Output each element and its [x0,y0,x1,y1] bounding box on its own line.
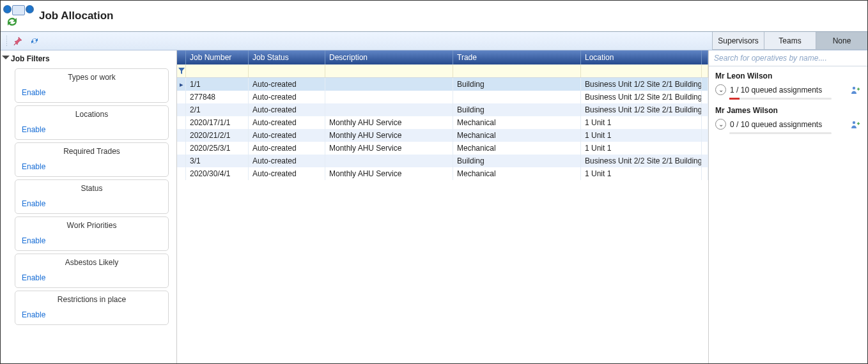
operative-summary-row: ⌄1 / 10 queued assignments [715,84,861,95]
cell-trade: Building [453,155,581,167]
cell-location: Business Unit 2/2 Site 2/1 Building 1 [581,155,702,167]
grid-body[interactable]: ▸1/1Auto-createdBuildingBusiness Unit 1/… [177,78,708,363]
cell-location: 1 Unit 1 [581,129,702,142]
enable-link[interactable]: Enable [22,236,45,245]
operative-card: Mr Leon Wilson⌄1 / 10 queued assignments [709,66,867,101]
operative-card: Mr James Wilson⌄0 / 10 queued assignment… [709,101,867,135]
cell-job-number: 2020/25/3/1 [186,142,249,155]
cell-trade: Mechanical [453,142,581,155]
filter-job-number[interactable] [186,64,249,77]
column-header-job-status[interactable]: Job Status [249,50,325,64]
table-row[interactable]: 277848Auto-createdBusiness Unit 1/2 Site… [177,91,708,103]
cell-job-number: 1/1 [186,78,249,91]
refresh-button[interactable] [28,34,41,47]
filter-card: Restrictions in placeEnable [15,291,169,325]
cell-trade: Mechanical [453,129,581,142]
cell-job-number: 277848 [186,91,249,103]
cell-location: Business Unit 1/2 Site 2/1 Building 1 [581,78,702,91]
column-header-trade[interactable]: Trade [453,50,581,64]
queued-progress [729,98,832,100]
filter-card-title: Locations [22,110,162,119]
assign-icon[interactable] [851,120,861,129]
filter-card: LocationsEnable [15,105,169,140]
filter-card-title: Restrictions in place [22,295,162,304]
operative-search-input[interactable] [713,53,864,63]
table-row[interactable]: 2020/30/4/1Auto-createdMonthly AHU Servi… [177,167,708,180]
cell-description: Monthly AHU Service [325,142,453,155]
queued-progress [729,132,832,134]
cell-description: Monthly AHU Service [325,116,453,129]
filter-card-title: Asbestos Likely [22,258,162,267]
queued-label: queued assignments [751,86,822,95]
cell-trade: Mechanical [453,167,581,180]
page-header: 👤 👤 Job Allocation [1,1,867,32]
row-indicator [177,116,186,129]
row-indicator [177,167,186,180]
filter-card: StatusEnable [15,179,169,214]
column-header-description[interactable]: Description [325,50,453,64]
cell-job-number: 3/1 [186,155,249,167]
table-row[interactable]: 2020/21/2/1Auto-createdMonthly AHU Servi… [177,129,708,142]
row-indicator [177,103,186,116]
row-indicator [177,129,186,142]
filter-icon[interactable] [177,64,186,77]
tab-none[interactable]: None [816,32,867,50]
toolbar-grip [6,35,8,47]
filter-job-status[interactable] [249,64,325,77]
filter-panel-title[interactable]: Job Filters [2,52,171,66]
filter-location[interactable] [581,64,702,77]
grid-header-row: Job Number Job Status Description Trade … [177,50,708,64]
filter-panel: Job Filters Types or workEnableLocations… [1,50,177,363]
pin-button[interactable] [12,34,24,47]
cell-job-status: Auto-created [249,78,325,91]
tab-teams[interactable]: Teams [764,32,816,50]
assign-icon[interactable] [851,86,861,95]
cell-job-status: Auto-created [249,167,325,180]
refresh-icon [3,16,21,27]
cell-location: 1 Unit 1 [581,142,702,155]
row-indicator-header [177,50,186,64]
chevron-down-icon[interactable]: ⌄ [715,119,726,130]
enable-link[interactable]: Enable [22,162,45,171]
column-header-location[interactable]: Location [581,50,702,64]
table-row[interactable]: 2/1Auto-createdBuildingBusiness Unit 1/2… [177,103,708,116]
enable-link[interactable]: Enable [22,273,45,282]
column-header-job-number[interactable]: Job Number [186,50,249,64]
cell-job-number: 2020/17/1/1 [186,116,249,129]
refresh-icon [30,36,39,45]
enable-link[interactable]: Enable [22,88,45,97]
cell-trade [453,91,581,103]
cell-description [325,155,453,167]
cell-location: 1 Unit 1 [581,167,702,180]
cell-job-status: Auto-created [249,142,325,155]
table-row[interactable]: ▸1/1Auto-createdBuildingBusiness Unit 1/… [177,78,708,91]
enable-link[interactable]: Enable [22,310,45,319]
job-grid: Job Number Job Status Description Trade … [177,50,709,363]
row-indicator [177,142,186,155]
table-row[interactable]: 2020/17/1/1Auto-createdMonthly AHU Servi… [177,116,708,129]
filter-card: Required TradesEnable [15,142,169,177]
cell-location: Business Unit 1/2 Site 2/1 Building 1 [581,103,702,116]
enable-link[interactable]: Enable [22,125,45,134]
tab-supervisors[interactable]: Supervisors [712,32,764,50]
cell-location: 1 Unit 1 [581,116,702,129]
filter-card-title: Status [22,184,162,193]
operatives-panel: Mr Leon Wilson⌄1 / 10 queued assignments… [709,50,867,363]
queued-capacity: 10 [741,86,749,95]
table-row[interactable]: 2020/25/3/1Auto-createdMonthly AHU Servi… [177,142,708,155]
cell-description: Monthly AHU Service [325,129,453,142]
row-indicator [177,155,186,167]
cell-location: Business Unit 1/2 Site 2/1 Building 1 [581,91,702,103]
svg-point-0 [853,86,855,89]
enable-link[interactable]: Enable [22,199,45,208]
operative-name: Mr Leon Wilson [715,72,861,80]
cell-description [325,91,453,103]
page-title: Job Allocation [39,10,114,22]
cell-job-number: 2020/21/2/1 [186,129,249,142]
chevron-down-icon[interactable]: ⌄ [715,84,726,95]
operative-summary-row: ⌄0 / 10 queued assignments [715,119,861,130]
filter-description[interactable] [325,64,453,77]
pin-icon [13,36,22,45]
table-row[interactable]: 3/1Auto-createdBuildingBusiness Unit 2/2… [177,155,708,167]
filter-trade[interactable] [453,64,581,77]
